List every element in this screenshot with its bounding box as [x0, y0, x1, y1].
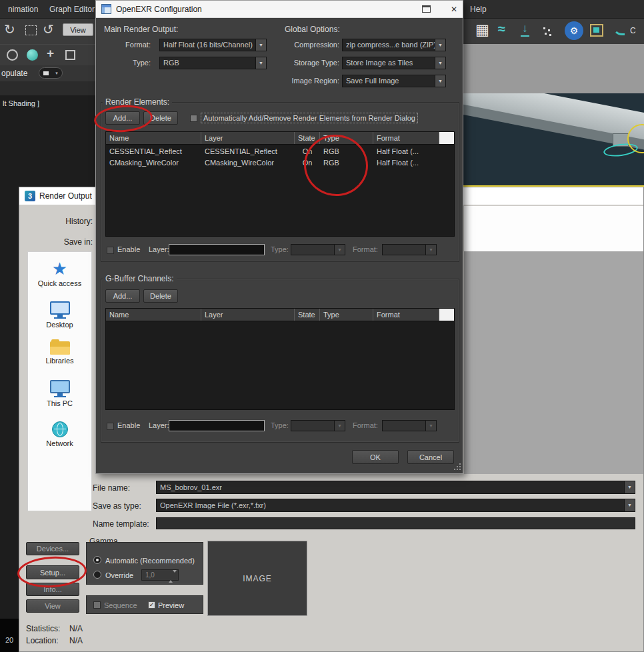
- col-layer[interactable]: Layer: [201, 309, 295, 321]
- gear-icon: ⚙: [570, 25, 579, 36]
- view-button[interactable]: View: [26, 599, 79, 613]
- menu-item-graph-editors[interactable]: Graph Editor: [49, 5, 95, 14]
- compression-value: zip compress...e band (ZIP): [346, 39, 436, 51]
- format-label: Format:: [111, 41, 151, 49]
- sidebar-place-desktop[interactable]: Desktop: [28, 301, 91, 329]
- ok-button[interactable]: OK: [352, 450, 399, 464]
- caret-down-icon[interactable]: ▼: [435, 75, 445, 87]
- redo-icon[interactable]: ↺: [43, 21, 54, 37]
- scatter-icon[interactable]: [543, 27, 545, 29]
- table-row[interactable]: CESSENTIAL_Reflect CESSENTIAL_Reflect On…: [106, 146, 454, 157]
- sidebar-place-quick-access[interactable]: ★ Quick access: [28, 260, 91, 287]
- history-field-area[interactable]: [464, 206, 643, 251]
- menu-item-animation[interactable]: nimation: [8, 5, 38, 14]
- gamma-override-label: Override: [105, 571, 133, 579]
- save-type-value: OpenEXR Image File (*.exr,*.fxr): [160, 499, 266, 511]
- viewport-right[interactable]: [463, 93, 644, 187]
- curve-wave-icon[interactable]: ≈: [498, 21, 505, 37]
- file-name-label: File name:: [93, 483, 130, 493]
- sidebar-place-network[interactable]: Network: [28, 421, 91, 447]
- statistics-value: N/A: [69, 624, 83, 633]
- file-name-combo[interactable]: MS_bobrov_01.exr ▼: [156, 481, 635, 494]
- caret-down-icon[interactable]: ▼: [255, 57, 266, 69]
- render-elements-section-label: Render Elements:: [103, 97, 172, 107]
- image-region-dropdown[interactable]: Save Full Image ▼: [342, 75, 446, 87]
- rendered-frame-icon[interactable]: [590, 24, 603, 37]
- sidebar-place-libraries[interactable]: Libraries: [28, 341, 91, 365]
- extrude-tool-icon[interactable]: [65, 50, 75, 60]
- row-format-label: Format:: [353, 245, 378, 253]
- gamma-override-radio[interactable]: [93, 571, 101, 579]
- storage-type-label: Storage Type:: [285, 59, 339, 67]
- gamma-automatic-radio[interactable]: [93, 556, 101, 564]
- select-region-icon[interactable]: [25, 25, 37, 35]
- name-template-field[interactable]: [156, 517, 635, 529]
- format-dropdown[interactable]: Half Float (16 bits/Channel) ▼: [159, 39, 267, 51]
- global-options-section-label: Global Options:: [285, 25, 340, 34]
- libraries-icon: [50, 341, 70, 355]
- resize-grip[interactable]: [454, 469, 455, 470]
- auto-add-remove-checkbox[interactable]: [190, 115, 197, 122]
- gbuffer-format-dropdown[interactable]: ▼: [382, 420, 437, 431]
- cell-format: Half Float (...: [373, 157, 439, 169]
- row-type-dropdown[interactable]: ▼: [291, 244, 345, 255]
- openexr-titlebar[interactable]: OpenEXR Configuration ✕: [96, 1, 463, 18]
- col-state[interactable]: State: [295, 309, 320, 321]
- render-output-title: Render Output: [39, 191, 92, 201]
- compression-label: Compression:: [285, 41, 339, 49]
- add-tool-icon[interactable]: +: [47, 46, 54, 61]
- col-name[interactable]: Name: [106, 309, 201, 321]
- toolbar-overflow-label[interactable]: C: [630, 26, 636, 35]
- gbuffer-add-button[interactable]: Add...: [105, 289, 140, 303]
- type-dropdown[interactable]: RGB ▼: [159, 57, 267, 69]
- gamma-group: Automatic (Recommended) Override 1,0: [86, 542, 203, 585]
- caret-down-icon[interactable]: ▼: [435, 39, 445, 51]
- channel-grid-icon[interactable]: ▦: [475, 21, 489, 39]
- gbuffer-layer-input[interactable]: [169, 420, 265, 431]
- caret-down-icon[interactable]: ▼: [624, 499, 635, 511]
- sphere-tool-icon[interactable]: [27, 49, 38, 61]
- curve-editor-icon[interactable]: [613, 24, 625, 35]
- file-list-area[interactable]: [464, 251, 643, 474]
- save-download-icon[interactable]: ↓: [521, 22, 529, 37]
- devices-button[interactable]: Devices...: [26, 542, 79, 555]
- desktop-icon: [28, 301, 91, 319]
- render-elements-enable-checkbox[interactable]: [107, 247, 114, 254]
- statistics-label: Statistics:: [26, 624, 60, 633]
- cancel-button[interactable]: Cancel: [407, 450, 454, 464]
- sequence-checkbox[interactable]: [93, 601, 101, 609]
- save-type-combo[interactable]: OpenEXR Image File (*.exr,*.fxr) ▼: [156, 499, 635, 512]
- layer-pill[interactable]: ▼: [39, 67, 63, 79]
- image-region-label: Image Region:: [285, 77, 339, 85]
- restore-button[interactable]: [422, 5, 431, 13]
- caret-down-icon[interactable]: ▼: [624, 481, 635, 493]
- caret-down-icon[interactable]: ▼: [255, 39, 266, 51]
- storage-type-dropdown[interactable]: Store Image as Tiles ▼: [342, 57, 446, 69]
- spinner-arrows[interactable]: [169, 571, 177, 581]
- col-type[interactable]: Type: [320, 309, 373, 321]
- table-row[interactable]: CMasking_WireColor CMasking_WireColor On…: [106, 157, 454, 169]
- ellipse-tool-icon[interactable]: [7, 49, 18, 61]
- render-setup-icon[interactable]: ⚙: [565, 21, 583, 40]
- table-header: Name Layer State Type Format: [106, 132, 454, 145]
- gbuffer-enable-checkbox[interactable]: [107, 423, 114, 430]
- col-format[interactable]: Format: [373, 309, 439, 321]
- col-layer[interactable]: Layer: [201, 132, 295, 144]
- caret-down-icon[interactable]: ▼: [435, 57, 445, 69]
- location-label: Location:: [26, 636, 59, 645]
- timeline-corner: 20: [0, 619, 19, 652]
- row-format-dropdown[interactable]: ▼: [382, 244, 437, 255]
- layer-input[interactable]: [169, 244, 265, 255]
- col-name[interactable]: Name: [106, 132, 201, 144]
- preview-checkbox[interactable]: ✓: [148, 601, 155, 609]
- undo-icon[interactable]: ↻: [4, 21, 15, 37]
- gbuffer-delete-button[interactable]: Delete: [143, 289, 178, 303]
- col-format[interactable]: Format: [373, 132, 439, 144]
- close-button[interactable]: ✕: [448, 3, 460, 15]
- gbuffer-type-dropdown[interactable]: ▼: [291, 420, 345, 431]
- gamma-value-spinner[interactable]: 1,0: [141, 569, 179, 581]
- sidebar-place-this-pc[interactable]: This PC: [28, 380, 91, 407]
- menu-item-help[interactable]: Help: [470, 5, 487, 14]
- view-dropdown-button[interactable]: View: [63, 23, 93, 36]
- compression-dropdown[interactable]: zip compress...e band (ZIP) ▼: [342, 39, 446, 51]
